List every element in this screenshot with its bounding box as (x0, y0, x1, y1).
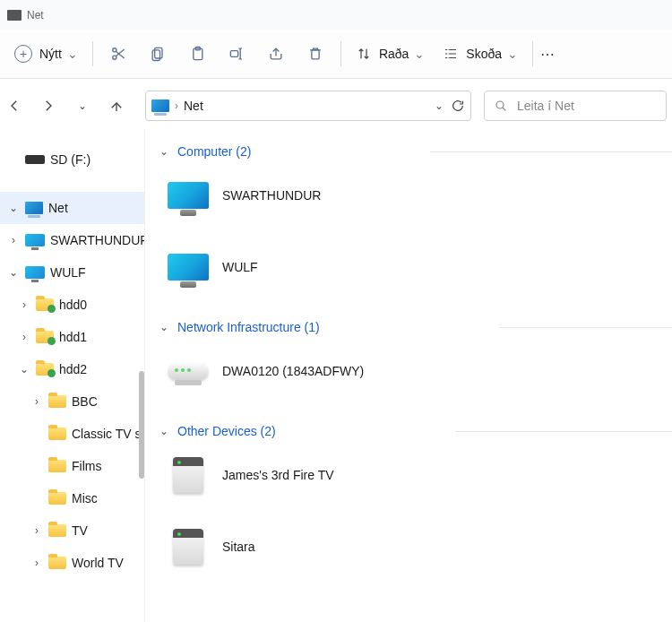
sidebar-item-label: Net (48, 201, 68, 215)
network-item[interactable]: James's 3rd Fire TV (163, 450, 414, 500)
item-label: James's 3rd Fire TV (222, 468, 334, 482)
search-placeholder: Leita í Net (517, 99, 574, 113)
network-item[interactable]: Sitara (163, 522, 414, 572)
network-item[interactable]: DWA0120 (1843ADFWY) (163, 346, 414, 396)
sidebar-item[interactable]: ›Misc (0, 482, 144, 514)
tree-toggle[interactable]: ⌄ (18, 363, 30, 376)
chevron-down-icon: ⌄ (78, 99, 87, 112)
sidebar-item[interactable]: ›SD (F:) (0, 143, 144, 176)
item-label: Sitara (222, 540, 255, 554)
shared-folder-icon (36, 331, 54, 343)
computer-icon (168, 182, 209, 209)
monitor-icon (25, 266, 45, 279)
sidebar-item[interactable]: ›World TV (0, 547, 144, 579)
sort-icon (356, 46, 372, 62)
back-button[interactable] (4, 95, 25, 117)
forward-button[interactable] (38, 95, 59, 117)
sidebar-item[interactable]: ›hdd1 (0, 321, 144, 353)
tree-toggle[interactable]: ⌄ (7, 266, 20, 279)
tree-toggle[interactable]: › (7, 234, 20, 246)
sidebar-item-label: SD (F:) (50, 152, 90, 167)
tree-toggle[interactable]: › (18, 331, 30, 343)
group-items: SWARTHUNDURWULF (149, 165, 672, 307)
group: ⌄Computer (2)SWARTHUNDURWULF (149, 138, 672, 307)
sidebar-item[interactable]: ›Classic TV series (0, 418, 144, 450)
sidebar-item-label: WULF (50, 265, 86, 280)
plus-icon: + (14, 45, 32, 63)
item-label: WULF (222, 260, 258, 274)
group-title: Other Devices (2) (177, 424, 276, 438)
tree-toggle[interactable]: › (30, 557, 43, 569)
network-icon (25, 202, 43, 214)
tree-toggle[interactable]: › (30, 524, 43, 537)
rename-button[interactable] (217, 36, 256, 72)
sidebar-item[interactable]: ⌄Net (0, 192, 144, 224)
main: ›SD (F:)⌄Net›SWARTHUNDUR⌄WULF›hdd0›hdd1⌄… (0, 129, 672, 622)
group-items: DWA0120 (1843ADFWY) (149, 341, 672, 410)
up-button[interactable] (106, 95, 127, 117)
sidebar-item-label: hdd2 (59, 362, 87, 376)
tree-toggle[interactable]: ⌄ (7, 202, 20, 214)
folder-icon (48, 492, 66, 505)
sidebar-item-label: World TV (72, 556, 124, 570)
search-input[interactable]: Leita í Net (484, 91, 667, 121)
sidebar-item[interactable]: ⌄hdd2 (0, 353, 144, 385)
refresh-button[interactable] (451, 99, 465, 113)
ellipsis-icon: ⋯ (540, 46, 555, 63)
cut-button[interactable] (99, 36, 138, 72)
group-header[interactable]: ⌄Network Infrastructure (1) (149, 314, 320, 341)
sidebar-item-label: SWARTHUNDUR (50, 233, 144, 247)
tree-toggle[interactable]: › (18, 298, 30, 311)
scissors-icon (109, 45, 127, 63)
new-button[interactable]: + Nýtt ⌄ (5, 36, 87, 72)
tree-toggle[interactable]: › (30, 395, 43, 408)
separator (532, 41, 533, 66)
svg-rect-3 (152, 50, 159, 61)
svg-point-8 (496, 101, 504, 108)
chevron-right-icon: › (175, 99, 178, 112)
history-dropdown[interactable]: ⌄ (72, 95, 93, 117)
shared-folder-icon (36, 363, 54, 376)
more-button[interactable]: ⋯ (538, 36, 556, 72)
sort-button[interactable]: Raða ⌄ (347, 36, 434, 72)
sidebar-item[interactable]: ›SWARTHUNDUR (0, 224, 144, 256)
group: ⌄Network Infrastructure (1)DWA0120 (1843… (149, 314, 672, 410)
copy-icon (149, 45, 167, 63)
scrollbar-thumb[interactable] (139, 371, 144, 479)
sd-card-icon (25, 155, 45, 164)
sidebar-item[interactable]: ›TV (0, 514, 144, 547)
chevron-down-icon: ⌄ (159, 321, 168, 333)
address-bar[interactable]: › Net ⌄ (145, 91, 471, 121)
share-icon (267, 45, 285, 63)
folder-icon (48, 557, 66, 569)
sidebar-item-label: TV (72, 523, 88, 538)
group-header[interactable]: ⌄Other Devices (2) (149, 418, 276, 445)
network-item[interactable]: SWARTHUNDUR (163, 170, 414, 220)
sidebar-item[interactable]: ⌄WULF (0, 256, 144, 289)
delete-button[interactable] (296, 36, 335, 72)
separator (92, 41, 93, 66)
toolbar: + Nýtt ⌄ Ra (0, 30, 672, 79)
sidebar-item[interactable]: ›BBC (0, 385, 144, 418)
view-button[interactable]: Skoða ⌄ (434, 36, 527, 72)
chevron-down-icon: ⌄ (159, 145, 168, 158)
new-label: Nýtt (39, 47, 62, 61)
shared-folder-icon (36, 298, 54, 311)
share-button[interactable] (256, 36, 296, 72)
router-icon (168, 362, 209, 380)
group-header[interactable]: ⌄Computer (2) (149, 138, 251, 165)
network-item[interactable]: WULF (163, 242, 414, 292)
trash-icon (306, 45, 324, 63)
chevron-down-icon[interactable]: ⌄ (435, 99, 444, 112)
clipboard-icon (188, 45, 206, 63)
view-icon (443, 46, 459, 62)
window-title: Net (27, 9, 44, 22)
folder-icon (48, 428, 66, 440)
sidebar-item[interactable]: ›hdd0 (0, 289, 144, 321)
paste-button[interactable] (177, 36, 217, 72)
item-label: DWA0120 (1843ADFWY) (222, 364, 364, 378)
chevron-down-icon: ⌄ (507, 47, 518, 61)
sidebar-item[interactable]: ›Films (0, 450, 144, 482)
copy-button[interactable] (138, 36, 177, 72)
sidebar-item-label: Films (72, 459, 101, 473)
